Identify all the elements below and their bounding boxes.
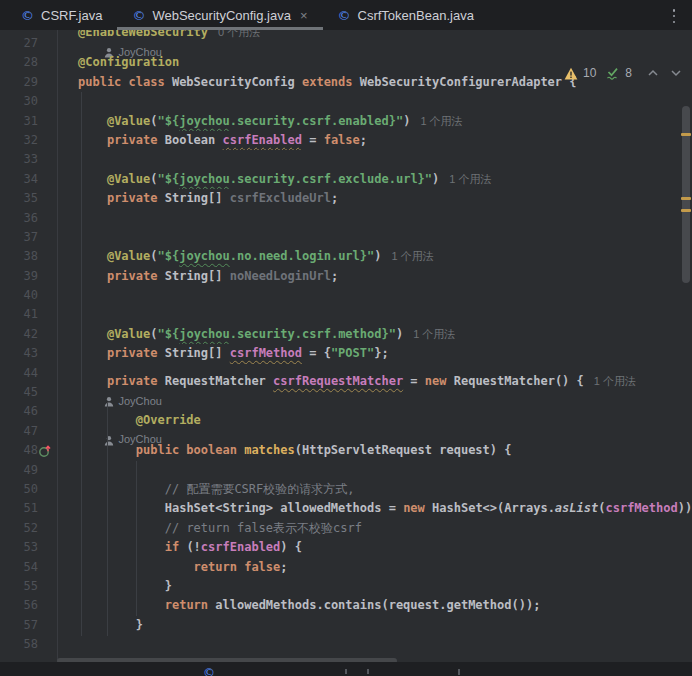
code-text[interactable]: @Value("${joychou.no.need.login.url}")1 …	[57, 247, 692, 266]
line-number[interactable]: 57	[0, 616, 57, 635]
code-text[interactable]: private String[] noNeedLoginUrl;	[57, 267, 692, 286]
code-text[interactable]: return allowedMethods.contains(request.g…	[57, 596, 692, 615]
line-number[interactable]: 53	[0, 538, 57, 557]
previous-problem-chevron-up-icon[interactable]	[647, 69, 659, 77]
code-line: 43 private String[] csrfMethod = {"POST"…	[0, 344, 692, 363]
code-text[interactable]: private String[] csrfExcludeUrl;	[57, 189, 692, 208]
tab-options-kebab-icon[interactable]	[668, 9, 680, 23]
code-segment	[78, 346, 107, 360]
code-line: 55 }	[0, 577, 692, 596]
usages-inlay-hint[interactable]: 1 个用法	[594, 375, 636, 387]
code-text[interactable]: HashSet<String> allowedMethods = new Has…	[57, 499, 692, 518]
code-segment: )	[396, 327, 403, 341]
code-segment: (HttpServletRequest request) {	[295, 443, 512, 457]
editor-tab[interactable]: © WebSecurityConfig.java ×	[117, 0, 322, 30]
code-segment: csrfRequestMatcher	[273, 374, 403, 388]
line-number[interactable]: 38	[0, 247, 57, 266]
java-class-icon: ©	[338, 9, 351, 22]
line-number[interactable]: 34	[0, 170, 57, 189]
usages-inlay-hint[interactable]: 1 个用法	[420, 115, 462, 127]
code-segment: WebSecurityConfigurerAdapter {	[360, 75, 577, 89]
line-number[interactable]: 49	[0, 461, 57, 480]
line-number[interactable]: 35	[0, 189, 57, 208]
code-text[interactable]: return false;	[57, 558, 692, 577]
code-segment: extends	[302, 75, 360, 89]
line-number[interactable]: 30	[0, 92, 57, 111]
code-segment	[78, 327, 107, 341]
code-segment: "POST"	[331, 346, 374, 360]
line-number[interactable]: 51	[0, 499, 57, 518]
indent-guide	[107, 403, 108, 636]
line-number[interactable]: 54	[0, 558, 57, 577]
code-text[interactable]: @Value("${joychou.security.csrf.enabled}…	[57, 112, 692, 131]
editor-tab[interactable]: © CSRF.java	[6, 0, 117, 30]
next-problem-chevron-down-icon[interactable]	[670, 69, 682, 77]
code-segment: ));	[678, 501, 692, 515]
usages-inlay-hint[interactable]: 1 个用法	[392, 250, 434, 262]
line-number[interactable]: 29	[0, 73, 57, 92]
code-segment: public boolean	[136, 443, 244, 457]
code-segment: ;	[360, 133, 367, 147]
code-text[interactable]: private Boolean csrfEnabled = false;	[57, 131, 692, 150]
line-number[interactable]: 58	[0, 635, 57, 654]
line-number[interactable]: 31	[0, 112, 57, 131]
code-segment: private	[107, 374, 165, 388]
code-text[interactable]: }	[57, 616, 692, 635]
line-number[interactable]: 40	[0, 286, 57, 305]
code-segment: joychou	[179, 172, 230, 186]
warning-stripe-mark[interactable]	[681, 209, 691, 212]
code-text[interactable]: private String[] csrfMethod = {"POST"};	[57, 344, 692, 363]
line-number[interactable]: 43	[0, 344, 57, 363]
breadcrumb-class-icon[interactable]: ©	[203, 667, 215, 676]
line-number[interactable]: 42	[0, 325, 57, 344]
line-number[interactable]: 36	[0, 209, 57, 228]
tab-label: CSRF.java	[41, 8, 102, 23]
code-line: 48 public boolean matches(HttpServletReq…	[0, 441, 692, 460]
code-segment: private	[107, 269, 165, 283]
inspections-widget[interactable]: 10 8	[564, 66, 682, 80]
code-segment: @Configuration	[78, 55, 179, 69]
code-segment: matches	[244, 443, 295, 457]
usages-inlay-hint[interactable]: 0 个用法	[218, 30, 260, 38]
line-number[interactable]: 46	[0, 402, 57, 421]
code-text[interactable]: }	[57, 577, 692, 596]
warning-stripe-mark[interactable]	[681, 133, 691, 136]
code-segment: public class	[78, 75, 172, 89]
code-segment: String[]	[165, 269, 230, 283]
line-number[interactable]: 50	[0, 480, 57, 499]
editor-tab[interactable]: © CsrfTokenBean.java	[323, 0, 489, 30]
warning-stripe-mark[interactable]	[681, 197, 691, 200]
line-number[interactable]: 47	[0, 422, 57, 441]
line-number[interactable]: 56	[0, 596, 57, 615]
line-number[interactable]: 27	[0, 34, 57, 53]
code-segment: // return false表示不校验csrf	[165, 521, 362, 535]
line-number[interactable]: 37	[0, 228, 57, 247]
code-segment: (	[150, 327, 157, 341]
code-text[interactable]: @Value("${joychou.security.csrf.method}"…	[57, 325, 692, 344]
code-segment: @Value	[107, 172, 150, 186]
code-segment	[78, 269, 107, 283]
code-text[interactable]: // 配置需要CSRF校验的请求方式,	[57, 480, 692, 499]
usages-inlay-hint[interactable]: 1 个用法	[449, 173, 491, 185]
line-number[interactable]: 28	[0, 53, 57, 72]
line-number[interactable]: 41	[0, 305, 57, 324]
line-number[interactable]: 39	[0, 267, 57, 286]
line-number[interactable]: 45	[0, 383, 57, 402]
overrides-method-icon[interactable]	[38, 444, 52, 458]
code-text[interactable]: @Value("${joychou.security.csrf.exclude.…	[57, 170, 692, 189]
code-editor[interactable]: 27 @EnableWebSecurity0 个用法 JoyChou 28 @C…	[0, 30, 692, 676]
code-segment: Boolean	[165, 133, 223, 147]
tab-close-icon[interactable]: ×	[300, 9, 308, 22]
line-number[interactable]: 33	[0, 150, 57, 169]
code-text[interactable]: if (!csrfEnabled) {	[57, 538, 692, 557]
code-line: 32 private Boolean csrfEnabled = false;	[0, 131, 692, 150]
line-number[interactable]: 52	[0, 519, 57, 538]
line-number[interactable]: 32	[0, 131, 57, 150]
code-text[interactable]: public boolean matches(HttpServletReques…	[57, 441, 692, 460]
line-number[interactable]: 55	[0, 577, 57, 596]
code-text[interactable]: // return false表示不校验csrf	[57, 519, 692, 538]
line-number[interactable]: 44	[0, 364, 57, 383]
usages-inlay-hint[interactable]: 1 个用法	[413, 328, 455, 340]
code-segment: String[]	[165, 346, 230, 360]
code-segment: csrfEnabled	[223, 133, 302, 147]
